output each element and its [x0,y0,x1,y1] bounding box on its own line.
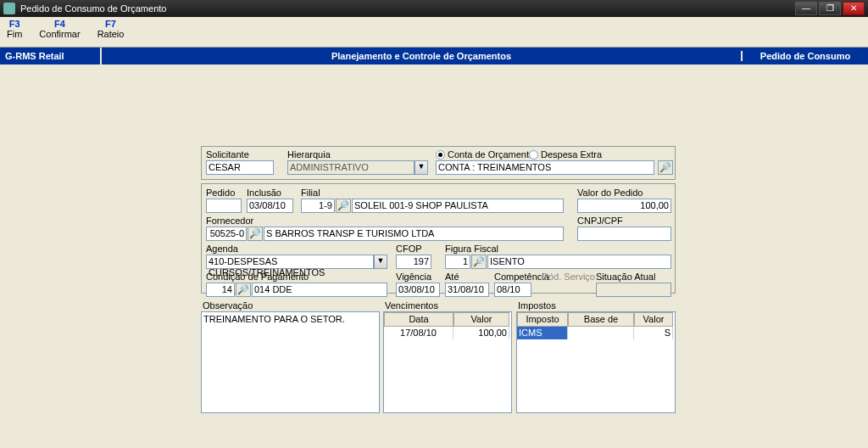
cfop-label: CFOP [396,244,422,254]
fornecedor-desc-input: S BARROS TRANSP E TURISMO LTDA [264,227,564,241]
shortcut-bar: F3 Fim F4 Confirmar F7 Rateio [0,17,868,48]
fornecedor-label: Fornecedor [206,216,253,226]
window-titlebar: Pedido de Consumo de Orçamento — ❐ ✕ [0,0,868,17]
conta-search-icon[interactable]: 🔎 [658,160,673,175]
competencia-input[interactable]: 08/10 [494,283,531,297]
close-button[interactable]: ✕ [843,2,865,15]
agenda-dropdown-icon[interactable]: ▼ [374,255,387,269]
inclusao-label: Inclusão [247,188,281,198]
cfop-input[interactable]: 197 [396,255,431,269]
vigencia-label: Vigência [396,272,431,282]
module-left: G-RMS Retail [0,48,102,64]
vigencia-input[interactable]: 03/08/10 [396,283,440,297]
radio-dot-icon [529,150,538,160]
hierarquia-label: Hierarquia [287,149,331,160]
cond-search-icon[interactable]: 🔎 [236,283,251,297]
pedido-label: Pedido [206,188,235,198]
imp-grid-row[interactable]: ICMS S [517,327,673,339]
shortcut-f4[interactable]: F4 Confirmar [39,19,80,39]
solicitante-label: Solicitante [206,149,249,160]
radio-dot-icon [436,150,445,160]
shortcut-f7[interactable]: F7 Rateio [97,19,125,39]
module-right: Pedido de Consumo [741,51,868,61]
situacao-label: Situação Atual [596,272,655,282]
radio-conta-orcamento[interactable]: Conta de Orçamento [436,149,534,160]
fornecedor-code-input[interactable]: 50525-0 [206,227,247,241]
cond-desc-input: 014 DDE [252,283,387,297]
pedido-input[interactable] [206,199,242,213]
valor-pedido-label: Valor do Pedido [577,188,643,198]
minimize-button[interactable]: — [795,2,817,15]
cod-servico-label: Cód. Serviço [542,272,595,282]
window-title: Pedido de Consumo de Orçamento [20,3,793,14]
agenda-select[interactable]: 410-DESPESAS CURSOS/TREINAMENTOS [206,255,374,269]
valor-pedido-input[interactable]: 100,00 [577,199,671,213]
imp-grid-header: Imposto Base de Cálculo Valor [517,312,673,327]
filial-search-icon[interactable]: 🔎 [336,199,351,213]
figura-label: Figura Fiscal [445,244,498,254]
figura-desc-input: ISENTO [487,255,671,269]
situacao-input [596,283,671,297]
venc-grid-row[interactable]: 17/08/10 100,00 [384,327,509,339]
hierarquia-dropdown-icon[interactable]: ▼ [415,160,428,175]
shortcut-f3[interactable]: F3 Fim [7,19,22,39]
hierarquia-select[interactable]: ADMINISTRATIVO [287,160,415,175]
agenda-label: Agenda [206,244,238,254]
filial-code-input[interactable]: 1-9 [301,199,335,213]
inclusao-input[interactable]: 03/08/10 [247,199,293,213]
imp-label: Impostos [518,300,556,311]
maximize-button[interactable]: ❐ [819,2,841,15]
app-icon [3,3,15,14]
radio-despesa-extra[interactable]: Despesa Extra [529,149,602,160]
module-bar: G-RMS Retail Planejamento e Controle de … [0,48,868,64]
ate-input[interactable]: 31/08/10 [445,283,489,297]
figura-code-input[interactable]: 1 [445,255,470,269]
solicitante-input[interactable]: CESAR [206,160,274,175]
cnpj-input[interactable] [577,227,671,241]
conta-input[interactable]: CONTA : TREINAMENTOS [436,160,654,175]
filial-desc-input: SOLEIL 001-9 SHOP PAULISTA [352,199,564,213]
figura-search-icon[interactable]: 🔎 [471,255,487,269]
obs-label: Observação [203,300,253,311]
module-mid: Planejamento e Controle de Orçamentos [102,51,741,61]
ate-label: Até [445,272,459,282]
cond-label: Condição de Pagamento [206,272,309,282]
cnpj-label: CNPJ/CPF [577,216,623,226]
venc-label: Vencimentos [385,300,438,311]
venc-grid-header: Data Valor [384,312,509,327]
filial-label: Filial [301,188,320,198]
fornecedor-search-icon[interactable]: 🔎 [248,227,263,241]
form-canvas: Solicitante CESAR Hierarquia ADMINISTRAT… [0,64,868,448]
cond-code-input[interactable]: 14 [206,283,235,297]
obs-textarea[interactable]: TREINAMENTO PARA O SETOR. [201,311,380,413]
